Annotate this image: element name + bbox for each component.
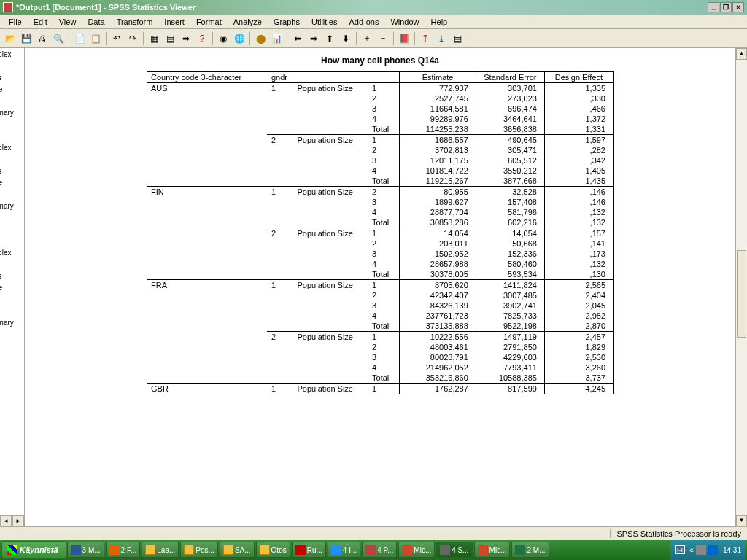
scroll-track[interactable] xyxy=(736,60,747,515)
plus-icon[interactable]: ＋ xyxy=(360,31,374,46)
menu-insert[interactable]: Insert xyxy=(158,16,190,28)
redo-icon[interactable]: ↷ xyxy=(125,31,140,46)
undo-icon[interactable]: ↶ xyxy=(109,31,124,46)
table-row[interactable]: 4214962,0527793,4113,260 xyxy=(147,362,614,373)
table-row[interactable]: AUS1Population Size1772,937303,7011,335 xyxy=(147,83,614,94)
open-icon[interactable]: 📂 xyxy=(3,31,18,46)
start-button[interactable]: Käynnistä xyxy=(1,541,66,559)
outline-item[interactable]: Complex xyxy=(0,48,25,60)
scroll-thumb[interactable] xyxy=(737,250,746,338)
menu-window[interactable]: Window xyxy=(384,16,425,28)
table-row[interactable]: 499289,9763464,6411,372 xyxy=(147,114,614,124)
arrow-up-icon[interactable]: ⬆ xyxy=(322,31,337,46)
menu-edit[interactable]: Edit xyxy=(28,16,53,28)
dialog-info-icon[interactable]: ? xyxy=(195,31,209,46)
chart-icon[interactable]: 📊 xyxy=(269,31,284,46)
table-row[interactable]: 242342,4073007,4852,404 xyxy=(147,290,614,300)
save-icon[interactable]: 💾 xyxy=(19,31,34,46)
scroll-left-icon[interactable]: ◄ xyxy=(0,516,12,526)
select-last-icon[interactable]: ◉ xyxy=(216,31,231,46)
table-row[interactable]: Total114255,2383656,8381,331 xyxy=(147,124,614,135)
outline-item[interactable]: Log xyxy=(0,235,25,246)
outline-item[interactable]: Complex xyxy=(0,246,25,258)
tray-shield-icon[interactable] xyxy=(708,545,718,555)
outline-item[interactable]: Notes xyxy=(0,165,25,176)
arrow-down-icon[interactable]: ⬇ xyxy=(338,31,353,46)
taskbar-item[interactable]: 3 M... xyxy=(67,542,104,558)
tray-language[interactable]: FI xyxy=(675,545,685,554)
table-row[interactable]: 22527,745273,023,330 xyxy=(147,93,614,104)
taskbar-item[interactable]: SA... xyxy=(220,542,255,558)
menu-utilities[interactable]: Utilities xyxy=(306,16,343,28)
table-row[interactable]: Total119215,2673877,6681,435 xyxy=(147,176,614,187)
pivot-table[interactable]: Country code 3-character gndr Estimate S… xyxy=(147,71,614,394)
outline-item[interactable]: Title xyxy=(0,60,25,71)
outline-item[interactable]: Plot xyxy=(0,95,25,106)
outline-item[interactable]: Complex xyxy=(0,141,25,153)
taskbar-item[interactable]: Mic... xyxy=(474,542,511,558)
taskbar-item[interactable]: Otos xyxy=(256,542,290,558)
menu-help[interactable]: Help xyxy=(425,16,454,28)
taskbar-item[interactable]: Mic... xyxy=(398,542,435,558)
table-row[interactable]: 2203,01150,668,141 xyxy=(147,238,614,249)
table-row[interactable]: FRA1Population Size18705,6201411,8242,56… xyxy=(147,280,614,291)
table-row[interactable]: 312011,175605,512,342 xyxy=(147,155,614,166)
table-row[interactable]: 31899,627157,408,146 xyxy=(147,197,614,207)
menu-data[interactable]: Data xyxy=(82,16,110,28)
outline-item[interactable]: Active xyxy=(0,176,25,188)
taskbar-item[interactable]: 2 F... xyxy=(106,542,141,558)
taskbar-item[interactable]: 2 M... xyxy=(511,542,549,558)
minimize-button[interactable]: _ xyxy=(708,2,719,12)
taskbar-item[interactable]: Laa... xyxy=(142,542,179,558)
outline-item[interactable]: Plot xyxy=(0,305,25,316)
outline-item[interactable]: Notes xyxy=(0,71,25,83)
arrow-left-icon[interactable]: ⬅ xyxy=(290,31,305,46)
goto-case-icon[interactable]: ▤ xyxy=(163,31,177,46)
table-row[interactable]: 384326,1393902,7412,045 xyxy=(147,300,614,311)
table-row[interactable]: Total353216,86010588,3853,737 xyxy=(147,373,614,384)
tray-expand-icon[interactable]: « xyxy=(688,546,695,554)
taskbar-item[interactable]: 4 S... xyxy=(436,542,472,558)
minus-icon[interactable]: － xyxy=(376,31,390,46)
book-icon[interactable]: 📕 xyxy=(397,31,411,46)
menu-transform[interactable]: Transform xyxy=(111,16,159,28)
table-row[interactable]: 2Population Size110222,5561497,1192,457 xyxy=(147,332,614,343)
outline-pane[interactable]: ComplexTitleNotesActivePlotSummaryLogCom… xyxy=(0,48,25,526)
table-row[interactable]: 4237761,7237825,7332,982 xyxy=(147,311,614,321)
outline-item[interactable]: How xyxy=(0,293,25,305)
print-icon[interactable]: 🖨 xyxy=(35,31,50,46)
taskbar-item[interactable]: 4 I... xyxy=(328,542,360,558)
taskbar-item[interactable]: Pos... xyxy=(180,542,218,558)
taskbar-item[interactable]: Ru... xyxy=(292,542,326,558)
table-row[interactable]: 380028,7914229,6032,530 xyxy=(147,352,614,362)
scroll-down-icon[interactable]: ▼ xyxy=(736,515,747,526)
table-row[interactable]: 428657,988580,460,132 xyxy=(147,259,614,269)
table-row[interactable]: Total373135,8889522,1982,870 xyxy=(147,321,614,332)
table-row[interactable]: 2Population Size114,05414,054,157 xyxy=(147,228,614,239)
outline-item[interactable] xyxy=(0,211,25,223)
outline-item[interactable]: Log xyxy=(0,130,25,141)
arrow-right-icon[interactable]: ➡ xyxy=(306,31,321,46)
close-button[interactable]: × xyxy=(732,2,744,12)
taskbar-item[interactable]: 4 P... xyxy=(362,542,397,558)
outline-item[interactable]: Title xyxy=(0,258,25,270)
viewer-vscroll[interactable]: ▲ ▼ xyxy=(735,48,747,526)
outline-item[interactable]: Summary xyxy=(0,316,25,328)
outline-item[interactable]: Notes xyxy=(0,270,25,281)
globe-icon[interactable]: 🌐 xyxy=(232,31,247,46)
promote-icon[interactable]: ⤒ xyxy=(418,31,433,46)
recall-icon[interactable]: 📋 xyxy=(88,31,103,46)
menu-format[interactable]: Format xyxy=(190,16,228,28)
tray-clock[interactable]: 14:31 xyxy=(723,546,741,554)
table-row[interactable]: 311664,581696,474,466 xyxy=(147,104,614,114)
restore-button[interactable]: ❐ xyxy=(720,2,732,12)
table-row[interactable]: 248003,4612791,8501,829 xyxy=(147,342,614,352)
table-row[interactable]: Total30858,286602,216,132 xyxy=(147,217,614,228)
demote-icon[interactable]: ⤓ xyxy=(434,31,449,46)
outline-item[interactable] xyxy=(0,223,25,235)
menu-add-ons[interactable]: Add-ons xyxy=(343,16,384,28)
goto-data-icon[interactable]: ▦ xyxy=(147,31,161,46)
table-row[interactable]: 31502,952152,336,173 xyxy=(147,249,614,259)
table-row[interactable]: 4101814,7223550,2121,405 xyxy=(147,166,614,176)
outline-item[interactable] xyxy=(0,118,25,130)
